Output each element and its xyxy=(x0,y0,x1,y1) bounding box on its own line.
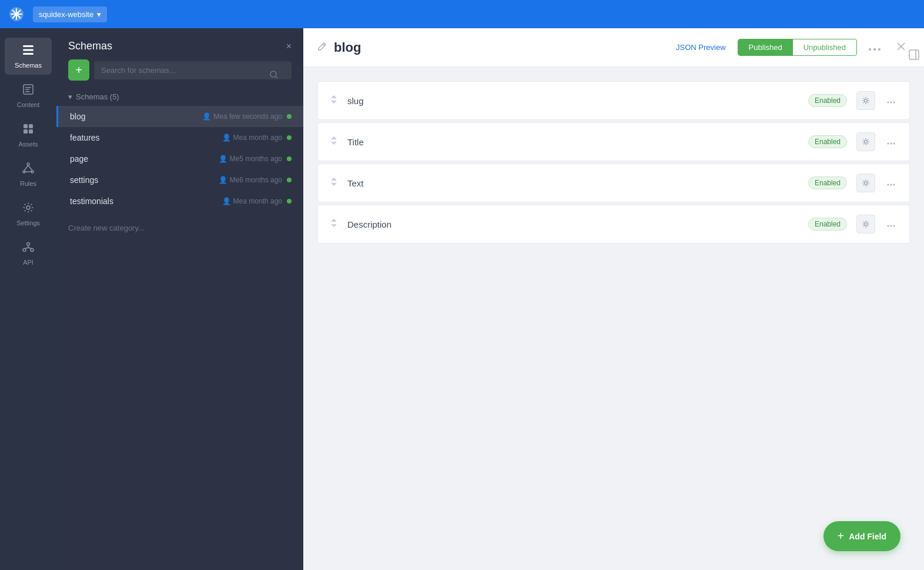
svg-point-43 xyxy=(893,143,895,145)
schema-item-time: 6 months ago xyxy=(239,176,282,184)
nav-item-content-label: Content xyxy=(17,101,40,108)
schema-item-user: 👤 Me xyxy=(219,155,240,163)
category-collapse-icon: ▾ xyxy=(68,92,72,101)
content-header: blog JSON Preview Published Unpublished xyxy=(303,28,924,67)
schemas-category-label: Schemas (5) xyxy=(76,92,119,101)
svg-line-27 xyxy=(276,76,278,79)
schema-item-blog[interactable]: blog 👤 Me a few seconds ago xyxy=(56,106,303,127)
nav-item-content[interactable]: Content xyxy=(5,77,52,114)
nav-item-settings[interactable]: Settings xyxy=(5,195,52,232)
schema-item-user: 👤 Me xyxy=(202,112,223,121)
schemas-nav-icon xyxy=(22,44,35,59)
api-nav-icon xyxy=(22,241,35,256)
page-title: blog xyxy=(334,40,664,55)
svg-point-31 xyxy=(878,48,881,51)
svg-point-26 xyxy=(270,71,276,77)
published-toggle-button[interactable]: Published xyxy=(738,39,793,55)
app-selector-button[interactable]: squidex-website ▾ xyxy=(33,6,107,22)
schema-item-name: blog xyxy=(70,112,202,121)
field-drag-handle xyxy=(330,95,338,106)
svg-point-40 xyxy=(865,141,868,144)
schema-item-time: a month ago xyxy=(243,134,282,142)
svg-point-45 xyxy=(888,184,889,186)
field-drag-handle xyxy=(330,136,338,148)
nav-item-api[interactable]: API xyxy=(5,235,52,272)
svg-point-51 xyxy=(893,225,895,227)
field-name: Title xyxy=(347,137,799,147)
schemas-category-header[interactable]: ▾ Schemas (5) xyxy=(56,90,303,106)
schema-item-features[interactable]: features 👤 Me a month ago xyxy=(56,127,303,148)
field-gear-button[interactable] xyxy=(856,215,875,234)
add-field-fab-button[interactable]: + Add Field xyxy=(823,521,900,551)
field-more-button[interactable] xyxy=(885,93,898,108)
schema-item-name: testimonials xyxy=(70,196,222,206)
schemas-panel-title: Schemas xyxy=(68,40,112,52)
app-name-label: squidex-website xyxy=(39,10,93,19)
schema-active-dot xyxy=(287,156,292,161)
schema-item-user: 👤 Me xyxy=(222,197,243,205)
svg-point-49 xyxy=(888,225,889,227)
svg-point-39 xyxy=(893,102,895,104)
header-more-button[interactable] xyxy=(864,39,885,56)
svg-point-48 xyxy=(865,223,868,226)
schema-item-testimonials[interactable]: testimonials 👤 Me a month ago xyxy=(56,191,303,212)
svg-point-44 xyxy=(865,182,868,185)
svg-point-36 xyxy=(865,99,868,102)
svg-point-21 xyxy=(23,249,26,252)
schema-active-dot xyxy=(287,135,292,140)
svg-point-1 xyxy=(15,12,18,16)
user-icon: 👤 xyxy=(219,176,227,184)
schema-active-dot xyxy=(287,199,292,204)
field-gear-button[interactable] xyxy=(856,132,875,151)
svg-rect-3 xyxy=(23,49,34,51)
content-nav-icon xyxy=(22,83,35,99)
schema-item-user: 👤 Me xyxy=(219,176,240,184)
topbar: squidex-website ▾ xyxy=(0,0,924,28)
field-more-button[interactable] xyxy=(885,134,898,149)
schemas-search-input[interactable] xyxy=(94,61,292,79)
publish-toggle-group: Published Unpublished xyxy=(738,39,857,56)
svg-point-13 xyxy=(27,163,29,165)
user-icon: 👤 xyxy=(202,112,211,121)
assets-nav-icon xyxy=(22,122,35,138)
svg-line-25 xyxy=(28,248,32,249)
schemas-panel-header: Schemas × xyxy=(56,28,303,59)
field-more-button[interactable] xyxy=(885,175,898,191)
svg-point-50 xyxy=(890,225,892,227)
nav-item-rules[interactable]: Rules xyxy=(5,156,52,193)
svg-point-37 xyxy=(888,102,889,104)
svg-rect-10 xyxy=(29,124,33,128)
schema-item-name: features xyxy=(70,133,222,142)
svg-rect-8 xyxy=(25,91,30,92)
fields-container: slug Enabled Title xyxy=(303,67,924,260)
field-name: Text xyxy=(347,178,799,188)
schema-item-settings[interactable]: settings 👤 Me 6 months ago xyxy=(56,169,303,191)
create-category-button[interactable]: Create new category... xyxy=(56,212,303,244)
dropdown-chevron-icon: ▾ xyxy=(97,10,101,19)
nav-item-rules-label: Rules xyxy=(20,180,36,187)
field-gear-button[interactable] xyxy=(856,174,875,192)
svg-point-19 xyxy=(26,206,30,209)
svg-rect-11 xyxy=(24,129,28,134)
svg-point-47 xyxy=(893,184,895,186)
nav-item-schemas-label: Schemas xyxy=(15,62,42,69)
field-status-badge: Enabled xyxy=(808,218,847,231)
field-card-slug: slug Enabled xyxy=(317,81,910,120)
schema-item-page[interactable]: page 👤 Me 5 months ago xyxy=(56,148,303,169)
svg-point-29 xyxy=(869,48,871,51)
svg-line-17 xyxy=(28,165,32,171)
json-preview-button[interactable]: JSON Preview xyxy=(671,41,731,54)
content-sidebar-toggle[interactable] xyxy=(906,47,922,65)
nav-item-settings-label: Settings xyxy=(16,219,40,226)
main-content: blog JSON Preview Published Unpublished xyxy=(303,28,924,570)
nav-item-schemas[interactable]: Schemas xyxy=(5,38,52,75)
unpublished-toggle-button[interactable]: Unpublished xyxy=(793,39,856,55)
nav-item-assets[interactable]: Assets xyxy=(5,116,52,154)
svg-rect-12 xyxy=(29,129,33,134)
field-more-button[interactable] xyxy=(885,216,898,232)
field-name: Description xyxy=(347,219,799,229)
svg-rect-7 xyxy=(25,89,29,91)
schemas-add-button[interactable]: + xyxy=(68,59,89,81)
schemas-panel-close-button[interactable]: × xyxy=(286,41,292,52)
field-gear-button[interactable] xyxy=(856,91,875,110)
